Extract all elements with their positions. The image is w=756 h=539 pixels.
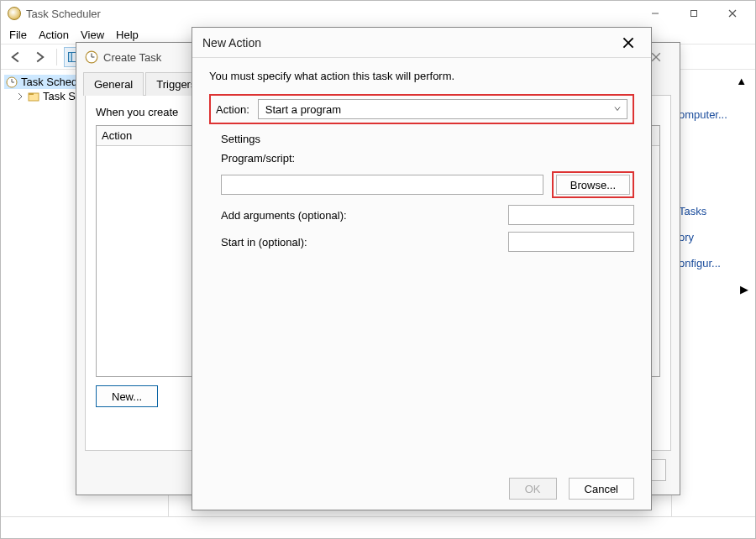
nav-forward-button[interactable] xyxy=(29,47,50,67)
statusbar xyxy=(1,516,755,538)
create-task-title: Create Task xyxy=(103,51,161,64)
actions-item-2[interactable]: ory xyxy=(679,231,748,243)
browse-highlight: Browse... xyxy=(552,171,634,198)
new-action-description: You must specify what action this task w… xyxy=(209,70,634,82)
toolbar-divider xyxy=(56,49,57,65)
menu-help[interactable]: Help xyxy=(116,29,139,41)
new-action-footer: OK Cancel xyxy=(509,478,634,500)
close-button[interactable] xyxy=(713,2,752,25)
menu-file[interactable]: File xyxy=(9,29,27,41)
new-action-body: You must specify what action this task w… xyxy=(192,58,651,265)
chevron-right-icon xyxy=(16,92,24,101)
maximize-button[interactable] xyxy=(675,2,713,25)
startin-input[interactable] xyxy=(508,232,634,252)
action-label: Action: xyxy=(216,103,249,116)
new-action-title: New Action xyxy=(202,36,261,50)
tree-child-label: Task S xyxy=(43,90,76,102)
chevron-right-icon[interactable]: ▶ xyxy=(740,283,748,296)
svg-rect-1 xyxy=(691,11,697,17)
browse-button[interactable]: Browse... xyxy=(556,175,630,195)
program-row: Browse... xyxy=(221,171,634,198)
window-controls xyxy=(636,2,752,25)
main-titlebar: Task Scheduler xyxy=(1,1,755,26)
actions-pane: ▲ omputer... Tasks ory onfigur... ▶ xyxy=(671,70,755,516)
tab-general[interactable]: General xyxy=(83,72,144,96)
svg-rect-11 xyxy=(29,93,34,95)
app-icon xyxy=(8,7,21,20)
svg-rect-5 xyxy=(69,52,72,61)
startin-label: Start in (optional): xyxy=(221,236,307,249)
action-dropdown-value: Start a program xyxy=(265,103,341,116)
menu-action[interactable]: Action xyxy=(39,29,69,41)
program-input[interactable] xyxy=(221,175,543,195)
actions-item-1[interactable]: Tasks xyxy=(679,205,748,217)
new-action-dialog: New Action You must specify what action … xyxy=(192,27,652,510)
collapse-icon[interactable]: ▲ xyxy=(736,75,747,87)
action-select-row: Action: Start a program xyxy=(209,94,634,124)
scheduler-icon xyxy=(6,76,18,88)
minimize-button[interactable] xyxy=(636,2,675,25)
chevron-down-icon xyxy=(613,103,622,116)
program-label: Program/script: xyxy=(221,152,634,165)
app-title: Task Scheduler xyxy=(26,8,101,20)
settings-body: Program/script: Browse... Add arguments … xyxy=(209,152,634,252)
action-dropdown[interactable]: Start a program xyxy=(258,99,627,119)
settings-label: Settings xyxy=(221,133,634,145)
new-action-close-button[interactable] xyxy=(616,31,641,55)
actions-item-0[interactable]: omputer... xyxy=(679,108,748,121)
new-action-titlebar: New Action xyxy=(192,28,651,58)
arguments-input[interactable] xyxy=(508,205,634,225)
ok-button[interactable]: OK xyxy=(509,478,557,500)
arguments-label: Add arguments (optional): xyxy=(221,209,347,222)
startin-row: Start in (optional): xyxy=(221,232,634,252)
new-action-button[interactable]: New... xyxy=(96,385,158,407)
menu-view[interactable]: View xyxy=(81,29,104,41)
cancel-button[interactable]: Cancel xyxy=(569,478,634,500)
arguments-row: Add arguments (optional): xyxy=(221,205,634,225)
library-icon xyxy=(28,91,39,102)
nav-back-button[interactable] xyxy=(6,47,26,67)
actions-item-3[interactable]: onfigur... xyxy=(679,257,748,270)
scheduler-icon xyxy=(85,50,98,64)
